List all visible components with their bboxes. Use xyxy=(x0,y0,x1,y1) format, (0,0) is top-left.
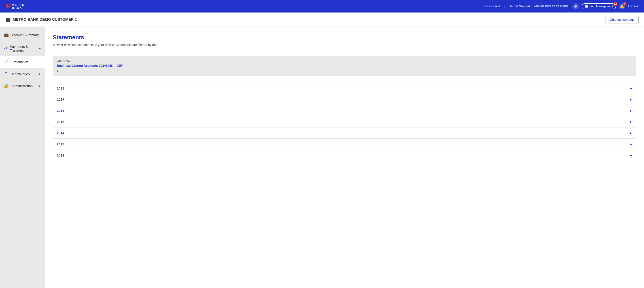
bell-icon: 🔔 1 xyxy=(619,3,626,9)
bell-button[interactable]: 🔔 1 xyxy=(619,3,626,9)
help-support-link[interactable]: Help & Support xyxy=(509,4,530,8)
company-bar: ▦ METRO BANK DEMO CUSTOMER 1 Change comp… xyxy=(0,12,644,27)
company-icon: ▦ xyxy=(5,17,10,22)
year-arrow-icon: ▶ xyxy=(630,98,632,101)
year-arrow-icon: ▶ xyxy=(630,153,632,157)
logo-m-letter: M xyxy=(5,3,10,9)
nav-divider: | xyxy=(504,4,505,9)
account-number: Business Current Accounts 10843488 xyxy=(57,64,113,67)
year-row[interactable]: 2013 ▶ xyxy=(53,139,636,150)
sidebar-label-statements: Statements xyxy=(12,60,41,64)
bell-badge: 1 xyxy=(623,2,626,5)
administration-arrow-icon: ▶ xyxy=(39,84,41,88)
item-management-icon: 🕐 xyxy=(585,5,588,8)
year-row[interactable]: 2017 ▶ xyxy=(53,94,636,105)
year-label: 2012 xyxy=(57,153,64,157)
logout-button[interactable]: Log out xyxy=(628,4,639,8)
year-arrow-icon: ▶ xyxy=(630,109,632,112)
user-name: ARC-IB PEN TEST USER xyxy=(534,5,568,8)
year-row[interactable]: 2018 ▶ xyxy=(53,83,636,94)
company-name-text: METRO BANK DEMO CUSTOMER 1 xyxy=(13,17,77,22)
company-name: ▦ METRO BANK DEMO CUSTOMER 1 xyxy=(5,17,77,22)
sidebar-item-account-summary[interactable]: 💼 Account Summary xyxy=(0,29,45,41)
transfer-icon: ⇄ xyxy=(4,46,7,51)
year-arrow-icon: ▶ xyxy=(630,143,632,146)
header: M METRO BANK Dashboard | Help & Support … xyxy=(0,0,644,12)
logo-text: METRO BANK xyxy=(12,3,24,9)
header-actions: ⚙ 🕐 Item Management 22 🔔 1 Log out xyxy=(572,3,639,9)
item-management-button[interactable]: 🕐 Item Management 22 xyxy=(582,3,616,9)
year-arrow-icon: ▶ xyxy=(630,87,632,90)
sidebar-item-administration[interactable]: 🔐 Administration ▶ xyxy=(0,80,45,92)
account-card-details: Business Current Accounts 10843488 GBP xyxy=(57,64,632,67)
page-subtitle: View or download statements to your devi… xyxy=(53,43,636,47)
gear-button[interactable]: ⚙ xyxy=(572,3,579,9)
sidebar: 💼 Account Summary ⇄ Payments & Transfers… xyxy=(0,27,45,288)
year-row[interactable]: 2016 ▶ xyxy=(53,105,636,116)
account-currency: GBP xyxy=(117,64,124,67)
year-label: 2014 xyxy=(57,131,64,135)
item-management-badge: 22 xyxy=(613,2,618,6)
year-arrow-icon: ▶ xyxy=(630,120,632,124)
item-management-label: Item Management xyxy=(590,5,613,8)
list-icon: 🗒 xyxy=(4,72,8,76)
logo-bank: BANK xyxy=(12,6,24,9)
year-label: 2013 xyxy=(57,142,64,146)
year-label: 2015 xyxy=(57,120,64,124)
sidebar-label-administration: Administration xyxy=(12,84,36,88)
account-card-chevron-icon: ▾ xyxy=(57,69,632,73)
main-layout: 💼 Account Summary ⇄ Payments & Transfers… xyxy=(0,27,644,288)
change-company-button[interactable]: Change company xyxy=(606,16,639,23)
year-label: 2018 xyxy=(57,86,64,90)
sidebar-item-beneficiaries[interactable]: 🗒 Beneficiaries ▶ xyxy=(0,68,45,80)
payments-arrow-icon: ▶ xyxy=(39,47,41,50)
year-label: 2016 xyxy=(57,109,64,113)
header-nav: Dashboard | Help & Support ARC-IB PEN TE… xyxy=(484,3,639,9)
sidebar-item-statements[interactable]: 📄 Statements xyxy=(0,56,45,68)
account-card-name: Demo AC 1 xyxy=(57,59,632,62)
beneficiaries-arrow-icon: ▶ xyxy=(39,72,41,75)
sidebar-item-payments-transfers[interactable]: ⇄ Payments & Transfers ▶ xyxy=(0,41,45,56)
sidebar-label-beneficiaries: Beneficiaries xyxy=(10,72,36,76)
sidebar-label-account-summary: Account Summary xyxy=(12,33,41,37)
year-row[interactable]: 2012 ▶ xyxy=(53,150,636,161)
year-arrow-icon: ▶ xyxy=(630,131,632,135)
gear-icon: ⚙ xyxy=(572,3,579,9)
year-row[interactable]: 2014 ▶ xyxy=(53,128,636,139)
years-list: 2018 ▶ 2017 ▶ 2016 ▶ 2015 ▶ 2014 ▶ 2013 … xyxy=(53,83,636,161)
main-content: Statements View or download statements t… xyxy=(45,27,644,288)
account-card[interactable]: Demo AC 1 Business Current Accounts 1084… xyxy=(53,56,636,76)
briefcase-icon: 💼 xyxy=(4,33,9,37)
lock-icon: 🔐 xyxy=(4,84,9,88)
logo: M METRO BANK xyxy=(5,3,24,9)
year-row[interactable]: 2015 ▶ xyxy=(53,116,636,128)
sidebar-label-payments-transfers: Payments & Transfers xyxy=(10,45,36,52)
page-title: Statements xyxy=(53,34,636,41)
content-divider xyxy=(53,51,636,51)
year-label: 2017 xyxy=(57,98,64,101)
dashboard-link[interactable]: Dashboard xyxy=(484,4,500,8)
document-icon: 📄 xyxy=(4,60,9,64)
